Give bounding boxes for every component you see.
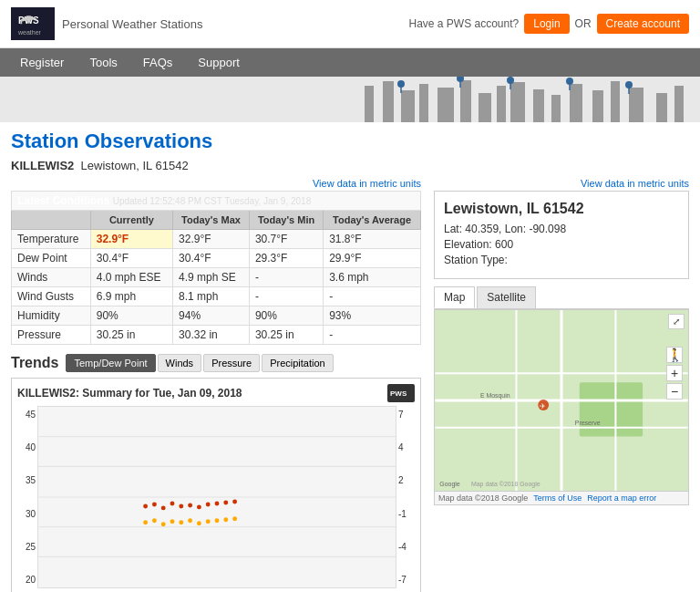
condition-currently: 4.0 mph ESE <box>90 268 172 287</box>
page-title: Station Observations <box>0 122 700 157</box>
trend-tab-pressure[interactable]: Pressure <box>203 354 260 372</box>
pegman-icon[interactable]: 🚶 <box>666 347 683 363</box>
condition-min: 30.25 in <box>249 326 323 345</box>
header: PWS weather Personal Weather Stations Ha… <box>0 0 700 48</box>
pws-logo-icon: PWS weather <box>16 11 49 36</box>
svg-point-58 <box>223 517 228 522</box>
condition-currently: 32.9°F <box>90 230 172 249</box>
map-tab-satellite[interactable]: Satellite <box>477 286 536 308</box>
svg-point-49 <box>143 520 148 524</box>
nav-tools[interactable]: Tools <box>77 48 129 77</box>
trend-tab-winds[interactable]: Winds <box>158 354 202 372</box>
login-button[interactable]: Login <box>524 14 569 34</box>
condition-max: 4.9 mph SE <box>173 268 250 287</box>
condition-avg: - <box>324 287 421 306</box>
info-elevation: Elevation: 600 <box>444 238 679 251</box>
condition-currently: 30.4°F <box>90 249 172 268</box>
left-panel: View data in metric units Latest Conditi… <box>11 178 421 592</box>
condition-avg: 93% <box>324 306 421 326</box>
svg-point-53 <box>179 520 183 524</box>
svg-point-45 <box>206 502 211 506</box>
svg-point-55 <box>197 521 201 525</box>
svg-point-44 <box>197 504 201 509</box>
zoom-in-button[interactable]: + <box>666 365 683 381</box>
svg-point-56 <box>206 519 211 524</box>
svg-text:Google: Google <box>439 481 459 488</box>
map-tab-map[interactable]: Map <box>434 286 475 308</box>
condition-label: Temperature <box>12 230 91 249</box>
svg-point-41 <box>170 501 175 505</box>
trends-section: Trends Temp/Dew Point Winds Pressure Pre… <box>11 354 421 592</box>
svg-point-54 <box>188 518 192 523</box>
map-data-text: Map data ©2018 Google <box>438 493 528 503</box>
condition-label: Humidity <box>12 306 91 326</box>
y-axis-left: 454035302520 <box>17 406 37 588</box>
col-avg: Today's Average <box>324 211 421 230</box>
zoom-out-button[interactable]: − <box>666 383 683 400</box>
nav-bar: Register Tools FAQs Support <box>0 48 700 77</box>
condition-min: 29.3°F <box>249 249 323 268</box>
pws-watermark-icon: PWS <box>387 384 415 402</box>
nav-register[interactable]: Register <box>7 48 77 77</box>
col-label <box>12 211 91 230</box>
condition-label: Winds <box>12 268 91 287</box>
col-max: Today's Max <box>173 211 250 230</box>
condition-max: 30.32 in <box>173 326 250 345</box>
condition-currently: 6.9 mph <box>90 287 172 306</box>
chart-svg <box>38 407 396 587</box>
chart-svg-area <box>37 406 396 588</box>
y-axis-right: 742-1-4-7 <box>396 406 415 588</box>
condition-avg: - <box>324 326 421 345</box>
condition-min: - <box>249 287 323 306</box>
metric-link-conditions[interactable]: View data in metric units <box>11 178 421 189</box>
header-right: Have a PWS account? Login OR Create acco… <box>409 14 690 34</box>
info-station-type: Station Type: <box>444 254 679 266</box>
info-box: Lewistown, IL 61542 Lat: 40.359, Lon: -9… <box>434 191 689 279</box>
svg-rect-18 <box>629 88 643 122</box>
svg-rect-4 <box>365 86 374 122</box>
svg-text:E Mosquin: E Mosquin <box>480 392 510 400</box>
trend-tab-precip[interactable]: Precipitation <box>262 354 334 372</box>
svg-rect-12 <box>510 82 525 122</box>
main-content: View data in metric units Latest Conditi… <box>0 178 700 592</box>
info-lat-lon: Lat: 40.359, Lon: -90.098 <box>444 223 679 235</box>
account-text: Have a PWS account? <box>409 17 520 30</box>
svg-rect-9 <box>460 80 471 122</box>
svg-rect-11 <box>497 86 506 122</box>
svg-point-43 <box>188 503 192 507</box>
svg-point-46 <box>215 501 220 505</box>
info-title: Lewistown, IL 61542 <box>444 201 679 217</box>
nav-faqs[interactable]: FAQs <box>130 48 186 77</box>
condition-max: 30.4°F <box>173 249 250 268</box>
svg-rect-19 <box>656 93 667 122</box>
svg-text:Map data ©2018 Google: Map data ©2018 Google <box>471 481 540 488</box>
svg-point-42 <box>179 504 183 508</box>
condition-max: 94% <box>173 306 250 326</box>
map-container: Map Satellite E Mo <box>434 286 689 505</box>
create-account-button[interactable]: Create account <box>597 14 689 34</box>
logo-box: PWS weather <box>11 7 55 40</box>
terms-link[interactable]: Terms of Use <box>533 493 582 503</box>
svg-text:weather: weather <box>17 29 42 36</box>
svg-rect-17 <box>611 81 620 122</box>
map-svg: E Mosquin Preserve ✈ Google Map data ©20… <box>435 310 688 491</box>
svg-text:Preserve: Preserve <box>575 420 601 426</box>
svg-point-57 <box>215 518 220 523</box>
svg-point-50 <box>152 518 157 523</box>
svg-point-39 <box>152 502 157 506</box>
condition-min: 30.7°F <box>249 230 323 249</box>
metric-link-right[interactable]: View data in metric units <box>434 178 689 189</box>
svg-rect-14 <box>551 95 561 122</box>
condition-min: 90% <box>249 306 323 326</box>
map-error-link[interactable]: Report a map error <box>587 493 656 503</box>
map-controls: 🚶 + − <box>666 347 683 400</box>
nav-support[interactable]: Support <box>185 48 252 77</box>
condition-avg: 29.9°F <box>324 249 421 268</box>
condition-currently: 30.25 in <box>90 326 172 345</box>
svg-point-40 <box>161 505 166 510</box>
map-footer: Map data ©2018 Google Terms of Use Repor… <box>434 492 689 505</box>
station-location: Lewistown, IL 61542 <box>81 159 189 172</box>
map-expand-button[interactable]: ⤢ <box>668 314 685 329</box>
svg-rect-6 <box>401 90 415 122</box>
trend-tab-temp[interactable]: Temp/Dew Point <box>66 354 155 372</box>
